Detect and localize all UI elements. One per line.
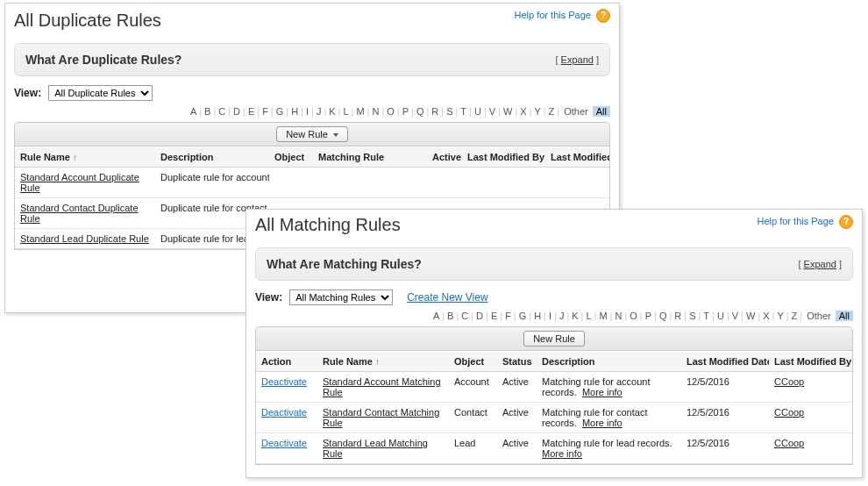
alpha-letter[interactable]: E <box>246 106 256 117</box>
more-info-link[interactable]: More info <box>542 448 582 459</box>
deactivate-link[interactable]: Deactivate <box>261 438 307 448</box>
alpha-letter[interactable]: Q <box>415 106 426 117</box>
col-status[interactable]: Status <box>497 352 537 372</box>
info-box: What Are Duplicate Rules? [ Expand ] <box>14 43 610 76</box>
alpha-letter[interactable]: Z <box>790 311 800 321</box>
alpha-letter[interactable]: R <box>672 311 683 321</box>
col-description[interactable]: Description <box>537 352 681 372</box>
alpha-letter[interactable]: M <box>597 311 608 321</box>
user-link[interactable]: CCoop <box>774 438 804 448</box>
alpha-other[interactable]: Other <box>805 311 833 321</box>
alpha-letter[interactable]: R <box>430 106 440 117</box>
col-object[interactable]: Object <box>269 147 313 168</box>
help-link[interactable]: Help for this Page ? <box>758 215 854 229</box>
col-last-mod-date[interactable]: Last Modified Date <box>545 147 609 168</box>
alpha-letter[interactable]: J <box>558 311 566 321</box>
alpha-letter[interactable]: O <box>628 311 639 321</box>
alpha-letter[interactable]: P <box>644 311 653 321</box>
alpha-letter[interactable]: Q <box>658 311 669 321</box>
user-link[interactable]: CCoop <box>774 407 804 418</box>
alpha-letter[interactable]: H <box>532 311 543 321</box>
more-info-link[interactable]: More info <box>582 387 623 397</box>
alpha-letter[interactable]: W <box>744 311 757 321</box>
expand-control[interactable]: [ Expand ] <box>555 54 599 65</box>
alpha-letter[interactable]: L <box>584 311 593 321</box>
col-last-mod-by[interactable]: Last Modified By <box>769 352 852 372</box>
col-action[interactable]: Action <box>256 352 317 372</box>
rule-link[interactable]: Standard Contact Matching Rule <box>323 407 439 428</box>
alpha-letter[interactable]: F <box>503 311 513 321</box>
alpha-letter[interactable]: V <box>730 311 740 321</box>
user-link[interactable]: CCoop <box>774 376 804 387</box>
help-icon: ? <box>596 9 610 23</box>
table-row: Deactivate Standard Account Matching Rul… <box>256 372 852 403</box>
alpha-letter[interactable]: G <box>274 106 286 117</box>
alpha-all[interactable]: All <box>836 311 853 321</box>
alpha-letter[interactable]: Y <box>532 106 542 117</box>
alpha-letter[interactable]: E <box>489 311 499 321</box>
table-row: Deactivate Standard Lead Matching Rule L… <box>256 433 852 464</box>
alpha-letter[interactable]: I <box>547 311 553 321</box>
col-active[interactable]: Active <box>427 147 462 168</box>
alpha-letter[interactable]: K <box>570 311 580 321</box>
alpha-letter[interactable]: L <box>341 106 350 117</box>
alpha-letter[interactable]: U <box>473 106 483 117</box>
alpha-letter[interactable]: I <box>304 106 310 117</box>
create-view-link[interactable]: Create New View <box>407 291 487 304</box>
deactivate-link[interactable]: Deactivate <box>261 376 307 387</box>
more-info-link[interactable]: More info <box>582 418 623 428</box>
alpha-letter[interactable]: S <box>445 106 454 117</box>
alpha-letter[interactable]: S <box>687 311 697 321</box>
alpha-letter[interactable]: A <box>431 311 441 321</box>
col-rule-name[interactable]: Rule Name ↑ <box>15 147 155 168</box>
alpha-other[interactable]: Other <box>562 106 590 117</box>
col-object[interactable]: Object <box>449 352 497 372</box>
rule-link[interactable]: Standard Lead Duplicate Rule <box>20 233 149 244</box>
alpha-letter[interactable]: X <box>518 106 528 117</box>
alpha-letter[interactable]: M <box>354 106 366 117</box>
view-select[interactable]: All Matching Rules <box>289 289 393 305</box>
alpha-letter[interactable]: A <box>189 106 198 117</box>
alpha-letter[interactable]: Y <box>775 311 785 321</box>
expand-control[interactable]: [ Expand ] <box>798 259 842 269</box>
description-cell: Matching rule for contact records. More … <box>537 403 681 433</box>
col-rule-name[interactable]: Rule Name ↑ <box>317 352 449 372</box>
new-rule-button[interactable]: New Rule <box>276 126 348 142</box>
alpha-letter[interactable]: O <box>385 106 396 117</box>
alpha-letter[interactable]: C <box>217 106 227 117</box>
col-last-mod-by[interactable]: Last Modified By <box>462 147 545 168</box>
alpha-letter[interactable]: F <box>260 106 270 117</box>
alpha-letter[interactable]: X <box>761 311 771 321</box>
help-link[interactable]: Help for this Page ? <box>515 9 611 23</box>
alpha-letter[interactable]: H <box>289 106 300 117</box>
alpha-letter[interactable]: C <box>459 311 470 321</box>
alpha-letter[interactable]: J <box>315 106 324 117</box>
alpha-letter[interactable]: V <box>487 106 497 117</box>
alpha-letter[interactable]: T <box>701 311 711 321</box>
new-rule-button[interactable]: New Rule <box>523 331 585 347</box>
rule-link[interactable]: Standard Account Matching Rule <box>323 376 441 397</box>
alpha-letter[interactable]: W <box>502 106 514 117</box>
alpha-letter[interactable]: B <box>445 311 455 321</box>
alpha-letter[interactable]: N <box>370 106 381 117</box>
rule-link[interactable]: Standard Account Duplicate Rule <box>20 172 139 193</box>
alpha-letter[interactable]: N <box>613 311 623 321</box>
rule-link[interactable]: Standard Contact Duplicate Rule <box>20 203 139 224</box>
alpha-letter[interactable]: G <box>517 311 529 321</box>
alpha-letter[interactable]: U <box>715 311 726 321</box>
col-last-mod-date[interactable]: Last Modified Date <box>681 352 769 372</box>
rule-link[interactable]: Standard Lead Matching Rule <box>323 438 428 459</box>
alpha-letter[interactable]: K <box>327 106 337 117</box>
alpha-letter[interactable]: B <box>203 106 212 117</box>
alpha-letter[interactable]: Z <box>547 106 557 117</box>
alpha-all[interactable]: All <box>593 106 610 117</box>
alpha-letter[interactable]: P <box>401 106 410 117</box>
col-description[interactable]: Description <box>155 147 269 168</box>
alpha-letter[interactable]: T <box>459 106 468 117</box>
col-matching-rule[interactable]: Matching Rule <box>313 147 427 168</box>
alpha-letter[interactable]: D <box>231 106 242 117</box>
column-header-row: Rule Name ↑ Description Object Matching … <box>15 147 609 168</box>
alpha-letter[interactable]: D <box>474 311 485 321</box>
deactivate-link[interactable]: Deactivate <box>261 407 307 418</box>
view-select[interactable]: All Duplicate Rules <box>48 85 153 101</box>
